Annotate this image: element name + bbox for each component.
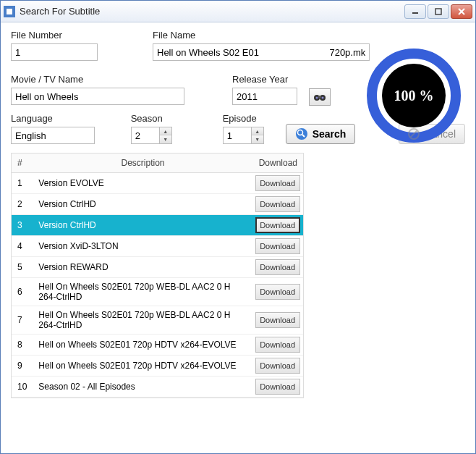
download-button[interactable]: Download: [255, 175, 300, 191]
movie-name-input[interactable]: [11, 88, 184, 105]
col-num: #: [12, 154, 33, 173]
row-num: 2: [12, 194, 33, 215]
download-button[interactable]: Download: [255, 217, 300, 233]
season-down[interactable]: ▼: [160, 135, 171, 143]
file-number-input[interactable]: [11, 43, 98, 61]
row-num: 4: [12, 236, 33, 257]
season-label: Season: [131, 113, 172, 124]
svg-point-9: [316, 97, 318, 99]
episode-up[interactable]: ▲: [252, 127, 263, 135]
row-desc: Version CtrlHD: [33, 215, 252, 236]
minimize-button[interactable]: [404, 4, 426, 19]
language-select[interactable]: English: [11, 127, 95, 144]
table-row[interactable]: 3Version CtrlHDDownload: [12, 215, 303, 236]
episode-label: Episode: [223, 113, 264, 124]
table-row[interactable]: 8Hell on Wheels S02E01 720p HDTV x264-EV…: [12, 335, 303, 356]
search-button-label: Search: [313, 128, 347, 140]
download-button[interactable]: Download: [255, 312, 300, 328]
row-desc: Hell On Wheels S02E01 720p WEB-DL AAC2 0…: [33, 306, 252, 335]
row-num: 1: [12, 173, 33, 194]
titlebar: Search For Subtitle: [1, 1, 475, 22]
download-button[interactable]: Download: [255, 284, 300, 300]
search-button[interactable]: Search: [286, 124, 356, 144]
release-year-input[interactable]: [232, 88, 297, 105]
row-desc: Version EVOLVE: [33, 173, 252, 194]
table-row[interactable]: 10Season 02 - All EpisodesDownload: [12, 377, 303, 398]
table-row[interactable]: 4Version XviD-3LTONDownload: [12, 236, 303, 257]
results-table: # Description Download 1Version EVOLVEDo…: [11, 153, 304, 398]
row-num: 3: [12, 215, 33, 236]
download-button[interactable]: Download: [255, 196, 300, 212]
episode-input[interactable]: [223, 127, 252, 144]
window-title: Search For Subtitle: [20, 6, 404, 17]
season-input[interactable]: [131, 127, 160, 144]
row-num: 5: [12, 257, 33, 278]
row-num: 9: [12, 356, 33, 377]
download-button[interactable]: Download: [255, 379, 300, 395]
table-row[interactable]: 1Version EVOLVEDownload: [12, 173, 303, 194]
episode-down[interactable]: ▼: [252, 135, 263, 143]
row-desc: Version REWARD: [33, 257, 252, 278]
row-desc: Hell On Wheels S02E01 720p WEB-DL AAC2 0…: [33, 278, 252, 306]
row-desc: Version CtrlHD: [33, 194, 252, 215]
file-name-input[interactable]: [153, 43, 370, 61]
svg-point-10: [322, 97, 324, 99]
row-num: 7: [12, 306, 33, 335]
download-button[interactable]: Download: [255, 337, 300, 353]
app-icon: [4, 6, 15, 17]
file-number-label: File Number: [11, 30, 98, 41]
row-desc: Version XviD-3LTON: [33, 236, 252, 257]
lookup-button[interactable]: [309, 88, 331, 106]
table-row[interactable]: 2Version CtrlHDDownload: [12, 194, 303, 215]
table-row[interactable]: 5Version REWARDDownload: [12, 257, 303, 278]
close-button[interactable]: [451, 4, 472, 19]
download-button[interactable]: Download: [255, 238, 300, 254]
file-name-label: File Name: [153, 30, 370, 41]
table-row[interactable]: 9Hell on Wheels S02E01 720p HDTV x264-EV…: [12, 356, 303, 377]
maximize-button[interactable]: [428, 4, 449, 19]
col-desc: Description: [33, 154, 252, 173]
table-row[interactable]: 6Hell On Wheels S02E01 720p WEB-DL AAC2 …: [12, 278, 303, 306]
release-year-label: Release Year: [232, 74, 297, 85]
svg-line-15: [410, 130, 417, 138]
row-desc: Hell on Wheels S02E01 720p HDTV x264-EVO…: [33, 356, 252, 377]
svg-rect-8: [318, 96, 321, 98]
language-label: Language: [11, 113, 95, 124]
progress-label: 100 %: [394, 88, 434, 104]
row-desc: Hell on Wheels S02E01 720p HDTV x264-EVO…: [33, 335, 252, 356]
row-num: 10: [12, 377, 33, 398]
table-row[interactable]: 7Hell On Wheels S02E01 720p WEB-DL AAC2 …: [12, 306, 303, 335]
movie-name-label: Movie / TV Name: [11, 74, 184, 85]
svg-rect-1: [435, 9, 441, 14]
row-desc: Season 02 - All Episodes: [33, 377, 252, 398]
download-button[interactable]: Download: [255, 259, 300, 275]
row-num: 6: [12, 278, 33, 306]
row-num: 8: [12, 335, 33, 356]
season-up[interactable]: ▲: [160, 127, 171, 135]
download-button[interactable]: Download: [255, 358, 300, 374]
col-dl: Download: [253, 154, 303, 173]
